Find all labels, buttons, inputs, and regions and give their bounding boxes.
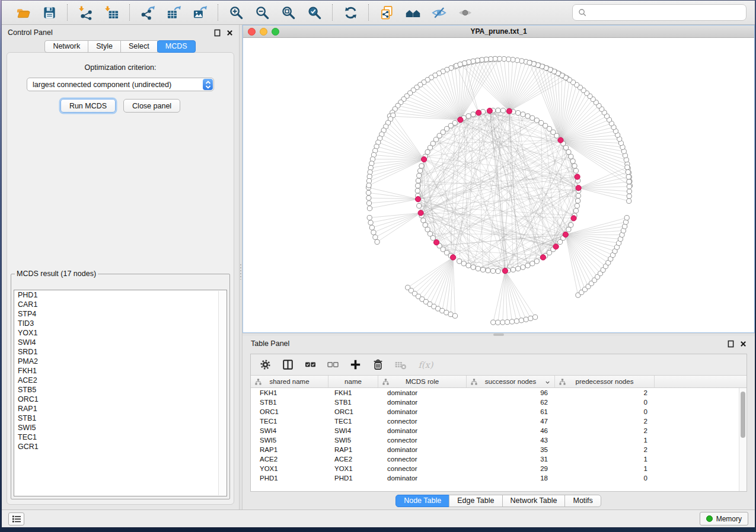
cell-shared-name: RAP1 [251,446,328,453]
close-table-panel-button[interactable] [740,341,747,347]
mcds-result-item[interactable]: RAP1 [14,404,227,414]
mcds-result-item[interactable]: TEC1 [14,432,227,442]
table-scrollbar[interactable] [739,388,747,491]
save-session-button[interactable] [40,3,59,22]
table-row[interactable]: FKH1FKH1dominator962 [251,388,747,398]
mcds-result-item[interactable]: STB1 [14,414,227,423]
add-row-button[interactable] [349,358,362,371]
delete-row-button[interactable] [372,358,384,371]
open-file-icon [16,5,31,20]
close-panel-button-2[interactable]: Close panel [123,99,180,113]
task-history-button[interactable] [8,512,24,525]
zoom-out-button[interactable] [253,3,272,22]
deselect-all-button[interactable] [327,358,339,371]
optimization-select[interactable]: largest connected component (undirected) [27,78,214,91]
show-all-button[interactable] [455,3,474,22]
select-all-button[interactable] [304,358,317,371]
first-neighbors-button[interactable] [403,3,422,22]
mcds-result-item[interactable]: STB5 [14,385,227,395]
tab-network[interactable]: Network [44,40,88,53]
column-header-shared-name[interactable]: shared name [251,376,328,387]
close-panel-button[interactable] [227,30,233,36]
mcds-result-item[interactable]: FKH1 [14,366,227,376]
cell-predecessor-nodes: 2 [555,389,655,396]
zoom-in-button[interactable] [227,3,245,22]
vertical-splitter[interactable] [239,25,243,509]
mcds-result-item[interactable]: CAR1 [14,300,227,309]
table-row[interactable]: RAP1RAP1dominator352 [251,445,747,454]
export-image-button[interactable] [190,3,209,22]
column-type-icon [559,379,566,385]
mcds-result-item[interactable]: TID3 [14,319,227,328]
network-canvas[interactable] [243,38,754,332]
tab-node-table[interactable]: Node Table [395,495,449,507]
mcds-result-item[interactable]: PHD1 [14,290,227,300]
open-file-button[interactable] [14,3,33,22]
table-row[interactable]: ORC1ORC1dominator610 [251,407,747,416]
sort-chevron-icon [545,380,550,385]
import-network-button[interactable] [76,3,95,22]
column-header-predecessor-nodes[interactable]: predecessor nodes [555,376,655,387]
column-header-successor-nodes[interactable]: successor nodes [467,376,555,387]
column-label: shared name [269,378,309,385]
mcds-result-item[interactable]: ORC1 [14,395,227,404]
settings-button[interactable] [259,358,272,371]
cell-shared-name: STB1 [251,399,328,406]
zoom-selected-button[interactable] [305,3,324,22]
run-mcds-button[interactable]: Run MCDS [60,99,116,113]
tab-style[interactable]: Style [88,40,121,53]
table-row[interactable]: ACE2ACE2connector311 [251,454,747,464]
tab-motifs[interactable]: Motifs [564,495,601,507]
hide-selected-button[interactable] [429,3,448,22]
maximize-window-button[interactable] [272,28,279,36]
table-row[interactable]: YOX1YOX1connector291 [251,464,747,473]
memory-button[interactable]: Memory [700,512,748,525]
tab-mcds[interactable]: MCDS [157,40,196,53]
mcds-result-list[interactable]: PHD1CAR1STP4TID3YOX1SWI4SRD1PMA2FKH1ACE2… [14,290,227,496]
mcds-result-item[interactable]: GCR1 [14,442,227,451]
scrollbar-thumb[interactable] [741,392,745,438]
cell-name: SWI5 [328,437,378,444]
cell-successor-nodes: 47 [467,418,555,425]
float-table-panel-button[interactable] [728,340,734,348]
cell-predecessor-nodes: 2 [555,446,655,453]
mcds-result-item[interactable]: PMA2 [14,357,227,366]
mcds-result-item[interactable]: YOX1 [14,328,227,338]
cell-shared-name: PHD1 [251,475,328,482]
main-area: Control Panel NetworkStyleSelectMCDS Opt… [2,25,755,509]
search-input[interactable] [591,8,741,17]
refresh-network-button[interactable] [341,3,360,22]
export-network-button[interactable] [138,3,157,22]
cell-predecessor-nodes: 1 [555,437,655,444]
minimize-window-button[interactable] [260,28,267,36]
zoom-fit-button[interactable] [279,3,298,22]
result-list-scrollbar[interactable] [218,291,226,495]
mcds-result-item[interactable]: SWI4 [14,338,227,347]
export-table-button[interactable] [164,3,183,22]
search-box[interactable] [572,4,747,21]
table-row[interactable]: PHD1PHD1dominator180 [251,473,747,483]
mcds-result-item[interactable]: SWI5 [14,423,227,432]
cell-mcds-role: dominator [378,446,467,453]
table-row[interactable]: SWI5SWI5connector431 [251,435,747,445]
table-row[interactable]: SWI4SWI4dominator462 [251,426,747,435]
show-columns-button[interactable] [282,358,294,371]
mcds-result-item[interactable]: SRD1 [14,347,227,357]
mcds-result-item[interactable]: STP4 [14,309,227,319]
import-table-button[interactable] [102,3,121,22]
column-header-mcds-role[interactable]: MCDS role [378,376,467,387]
float-panel-button[interactable] [214,29,221,37]
column-label: name [344,378,362,385]
sort-chevron-icon[interactable] [545,379,550,384]
close-window-button[interactable] [248,28,256,36]
tab-select[interactable]: Select [120,40,158,53]
tab-network-table[interactable]: Network Table [502,495,566,507]
copy-network-view-button[interactable] [377,3,396,22]
column-header-name[interactable]: name [328,376,378,387]
tab-edge-table[interactable]: Edge Table [449,495,502,507]
mcds-result-item[interactable]: ACE2 [14,376,227,385]
table-row[interactable]: STB1STB1dominator620 [251,398,747,407]
horizontal-splitter[interactable] [243,333,755,336]
table-row[interactable]: TEC1TEC1connector472 [251,416,747,426]
table-panel-title: Table Panel [251,339,289,348]
